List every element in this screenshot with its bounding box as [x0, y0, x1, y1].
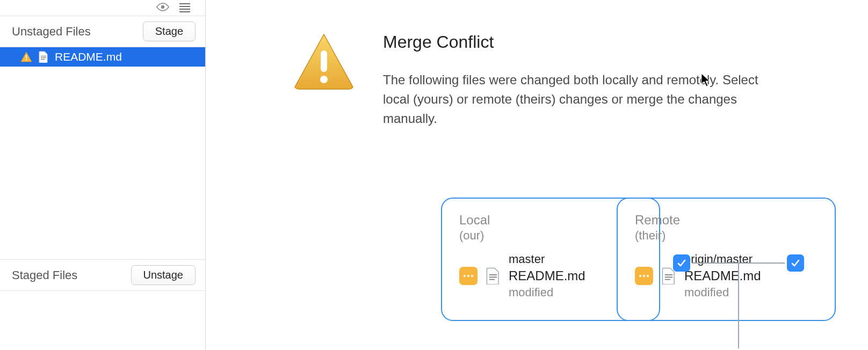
modified-badge-icon [459, 267, 478, 285]
file-name-label: README.md [55, 50, 122, 63]
file-icon [39, 51, 48, 63]
sidebar-toolbar [0, 0, 205, 16]
connector-v [738, 262, 739, 348]
staged-title: Staged Files [12, 268, 77, 282]
svg-rect-13 [665, 279, 670, 280]
remote-sublabel: (their) [635, 229, 819, 243]
svg-rect-6 [321, 50, 327, 72]
list-view-icon[interactable] [179, 3, 190, 12]
staged-section: Staged Files Unstage [0, 259, 205, 350]
local-file: README.md [509, 268, 585, 283]
staged-header: Staged Files Unstage [0, 260, 205, 291]
svg-point-0 [161, 5, 164, 9]
file-icon [486, 267, 500, 285]
svg-rect-8 [489, 274, 497, 275]
svg-point-2 [26, 59, 27, 60]
unstaged-header: Unstaged Files Stage [0, 16, 205, 47]
warning-icon [20, 52, 32, 62]
local-label: Local [459, 213, 643, 228]
svg-rect-12 [665, 276, 672, 278]
svg-rect-3 [41, 56, 46, 56]
stage-button[interactable]: Stage [143, 21, 196, 41]
conflict-description: The following files were changed both lo… [383, 70, 759, 128]
unstage-button[interactable]: Unstage [131, 265, 196, 285]
svg-rect-11 [665, 274, 672, 275]
sidebar: Unstaged Files Stage REA [0, 0, 206, 350]
svg-rect-10 [489, 279, 495, 280]
svg-point-7 [320, 76, 328, 83]
local-status: modified [509, 286, 585, 300]
visibility-toggle-icon[interactable] [156, 3, 170, 13]
local-branch: master [509, 252, 585, 266]
svg-rect-1 [26, 55, 27, 58]
unstaged-title: Unstaged Files [12, 25, 91, 39]
remote-file: README.md [684, 268, 761, 283]
file-row[interactable]: README.md [0, 47, 205, 67]
local-sublabel: (our) [459, 229, 643, 243]
warning-large-icon [292, 32, 356, 91]
conflict-title: Merge Conflict [383, 32, 759, 52]
staged-file-list [0, 291, 205, 350]
conflict-header: Merge Conflict The following files were … [206, 0, 868, 128]
remote-branch: origin/master [684, 252, 761, 266]
main-panel: Merge Conflict The following files were … [206, 0, 868, 350]
unstaged-file-list: README.md [0, 47, 205, 259]
svg-rect-5 [41, 59, 45, 60]
remote-checkbox[interactable] [787, 254, 804, 272]
svg-rect-4 [41, 57, 46, 58]
local-checkbox[interactable] [673, 254, 690, 272]
modified-badge-icon [635, 267, 653, 285]
remote-label: Remote [635, 213, 819, 228]
unstaged-section: Unstaged Files Stage REA [0, 16, 205, 259]
merge-diagram: Local (our) master README.md modified [441, 198, 836, 326]
remote-status: modified [684, 286, 761, 300]
svg-rect-9 [489, 276, 497, 278]
